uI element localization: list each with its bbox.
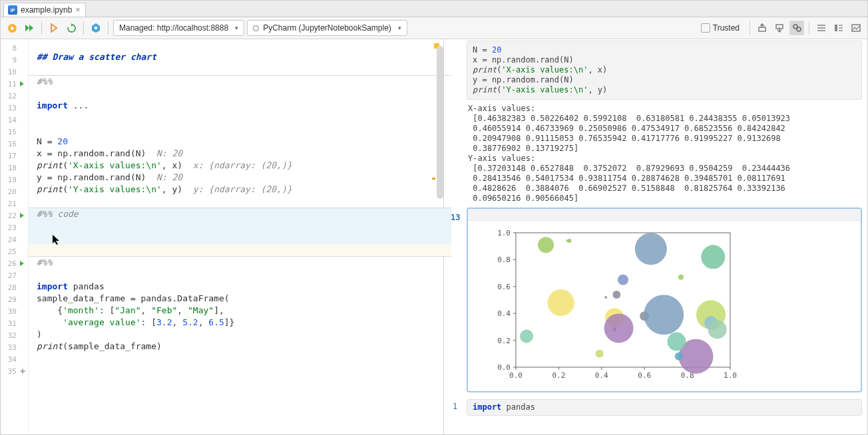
code-line[interactable] [37, 196, 443, 208]
gutter-row: 32 [1, 329, 29, 341]
gutter-row: 21 [1, 198, 29, 210]
code-line[interactable] [37, 353, 443, 364]
output-text: X-axis values: [0.46382383 0.50226402 0.… [468, 104, 862, 204]
server-selector[interactable]: Managed: http://localhost:8888 [113, 20, 244, 36]
line-number: 25 [1, 247, 17, 256]
code-text: pandas [507, 402, 535, 412]
line-number: 15 [1, 128, 17, 136]
code-line[interactable] [29, 244, 451, 256]
code-line[interactable] [37, 39, 443, 51]
code-line[interactable]: #%% code [29, 208, 451, 220]
svg-point-54 [568, 239, 572, 243]
gutter-row: 15 [1, 126, 29, 138]
run-cell-button[interactable] [5, 21, 19, 35]
code-editor[interactable]: 8910111213141516171819202122232425262728… [1, 39, 444, 434]
svg-text:0.0: 0.0 [509, 371, 523, 380]
mouse-cursor-icon [53, 235, 61, 245]
code-line[interactable]: print('Y-axis values:\n', y) y: {ndarray… [37, 184, 443, 196]
svg-text:1.0: 1.0 [497, 229, 511, 237]
code-line[interactable]: N = 20 [37, 136, 443, 148]
svg-text:1.0: 1.0 [724, 371, 737, 380]
line-number: 19 [1, 176, 17, 184]
view-gallery-button[interactable] [849, 21, 863, 35]
gutter-row: 9 [1, 54, 29, 66]
code-line[interactable] [37, 124, 443, 136]
cell-prompt: 1 [453, 402, 457, 411]
run-cell-icon[interactable] [20, 213, 24, 218]
gutter-row: 16 [1, 138, 29, 150]
export-button[interactable] [755, 21, 769, 35]
trusted-checkbox[interactable] [701, 23, 710, 33]
sync-scroll-button[interactable] [789, 21, 804, 35]
add-cell-icon[interactable]: + [20, 366, 25, 376]
run-all-button[interactable] [22, 21, 37, 35]
kernel-status-icon [253, 25, 259, 31]
svg-marker-20 [53, 235, 59, 245]
code-line[interactable] [37, 269, 443, 281]
gutter-row: 8 [1, 42, 29, 54]
scrollbar-thumb[interactable] [437, 46, 443, 199]
code-line[interactable] [37, 112, 443, 124]
code-line[interactable]: ## Draw a scatter chart [37, 51, 443, 63]
toolbar: Managed: http://localhost:8888 PyCharm (… [1, 17, 867, 39]
code-line[interactable]: import pandas [37, 281, 443, 293]
output-source-block: N = 20 x = np.random.rand(N) print('X-ax… [467, 41, 862, 100]
tab-example-ipynb[interactable]: example.ipynb × [3, 3, 86, 17]
line-number: 20 [1, 188, 17, 196]
code-line[interactable] [29, 220, 451, 232]
separator [41, 21, 42, 35]
code-line[interactable] [29, 232, 451, 244]
gutter-row: 20 [1, 186, 29, 198]
gutter: 8910111213141516171819202122232425262728… [1, 39, 29, 434]
run-cell-icon[interactable] [20, 81, 24, 86]
kernel-selector[interactable]: PyCharm (JupyterNotebookSample) [247, 20, 407, 36]
code-line[interactable] [37, 88, 443, 100]
code-line[interactable]: ) [37, 329, 443, 341]
gutter-row: 11 [1, 78, 29, 90]
line-number: 23 [1, 223, 17, 232]
open-in-browser-button[interactable] [89, 21, 103, 35]
code-line[interactable] [37, 63, 443, 75]
gutter-row: 22 [1, 210, 29, 221]
code-line[interactable]: #%% [37, 76, 443, 88]
gutter-row: 26 [1, 257, 29, 269]
code-line[interactable]: sample_data_frame = pandas.DataFrame( [37, 293, 443, 305]
line-number: 11 [1, 80, 17, 88]
server-label: Managed: http://localhost:8888 [119, 23, 228, 33]
output-cell-next[interactable]: 1 import pandas [467, 399, 862, 416]
code-line[interactable]: #%% [37, 257, 443, 269]
line-number: 22 [1, 212, 17, 220]
output-cell-13[interactable]: 13 0.00.20.40.60.81.00.00.20.40.60.81.0 [467, 208, 862, 392]
view-detail-button[interactable] [831, 21, 846, 35]
svg-point-67 [675, 353, 683, 361]
gutter-row: 23 [1, 221, 29, 233]
restart-kernel-button[interactable] [64, 21, 79, 35]
code-line[interactable]: import ... [37, 100, 443, 112]
code-line[interactable]: y = np.random.rand(N) N: 20 [37, 172, 443, 184]
svg-point-60 [678, 275, 684, 280]
code-line[interactable]: 'average value': [3.2, 5.2, 6.5]} [37, 317, 443, 329]
view-list-button[interactable] [814, 21, 829, 35]
code-line[interactable]: x = np.random.rand(N) N: 20 [37, 148, 443, 160]
kernel-label: PyCharm (JupyterNotebookSample) [263, 23, 391, 33]
gutter-row: 18 [1, 162, 29, 174]
code-line[interactable] [37, 364, 443, 376]
gutter-row: 35+ [1, 365, 29, 377]
separator [83, 21, 84, 35]
gutter-row: 28 [1, 281, 29, 293]
import-button[interactable] [772, 21, 787, 35]
line-number: 33 [1, 343, 17, 352]
close-icon[interactable]: × [75, 6, 80, 14]
interrupt-button[interactable] [47, 21, 61, 35]
code-line[interactable]: print('X-axis values:\n', x) x: {ndarray… [37, 160, 443, 172]
line-number: 27 [1, 271, 17, 280]
cell-input-area[interactable] [468, 209, 861, 221]
run-cell-icon[interactable] [20, 261, 24, 266]
gutter-row: 19 [1, 174, 29, 186]
code-line[interactable]: print(sample_data_frame) [37, 341, 443, 353]
scatter-chart: 0.00.20.40.60.81.00.00.20.40.60.81.0 [468, 221, 861, 391]
trusted-label: Trusted [713, 23, 740, 33]
code-line[interactable]: {'month': ["Jan", "Feb", "May"], [37, 305, 443, 317]
gutter-row: 10 [1, 66, 29, 78]
svg-point-47 [618, 275, 628, 285]
